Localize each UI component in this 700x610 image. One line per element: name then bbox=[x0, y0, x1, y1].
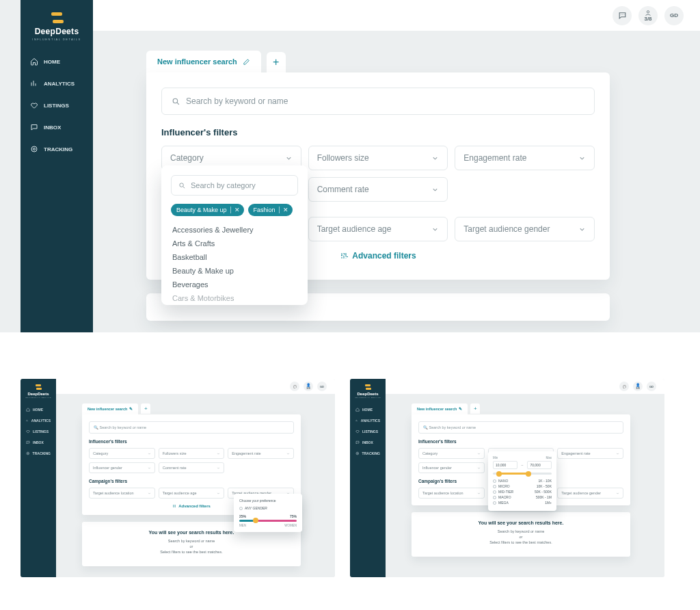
filter-target-age[interactable]: Target audience age bbox=[159, 488, 225, 499]
filter-category[interactable]: Category bbox=[89, 448, 155, 459]
category-option[interactable]: Beverages bbox=[171, 278, 298, 291]
filter-comment-rate[interactable]: Comment rate bbox=[308, 177, 448, 202]
tab-add-button[interactable]: + bbox=[470, 403, 480, 414]
category-search-input[interactable]: Search by category bbox=[171, 175, 298, 196]
search-input[interactable]: 🔍 Search by keyword or name bbox=[418, 421, 623, 434]
category-option[interactable]: Arts & Crafts bbox=[171, 237, 298, 250]
radio-any-gender[interactable]: ANY GENDER bbox=[239, 506, 297, 510]
filter-target-gender[interactable]: Target audience gender bbox=[557, 488, 623, 499]
svg-point-1 bbox=[33, 148, 36, 150]
sidebar-item-home[interactable]: HOME bbox=[350, 404, 386, 415]
thumbnail-followers-popover: DeepDeetsINFLUENTIAL DETAILS HOME ANALYT… bbox=[350, 379, 664, 577]
filter-engagement[interactable]: Engagement rate bbox=[557, 448, 623, 459]
sidebar: DeepDeets INFLUENTIAL DETAILS HOME ANALY… bbox=[21, 0, 93, 332]
gender-slider[interactable]: 25%75% MENWOMEN bbox=[239, 514, 297, 527]
filter-followers[interactable]: Followers size bbox=[159, 448, 225, 459]
followers-popover: MinMax 10,000 – 70,000 NANO1K - 10K MICR… bbox=[488, 451, 556, 511]
filter-label: Followers size bbox=[317, 153, 369, 163]
credits-button[interactable]: 3/8 bbox=[638, 6, 658, 25]
filter-target-location[interactable]: Target audience location bbox=[89, 488, 155, 499]
scrollbar-thumb[interactable] bbox=[295, 224, 297, 260]
filter-engagement[interactable]: Engagement rate bbox=[455, 146, 595, 170]
sidebar-item-listings[interactable]: LISTINGS bbox=[350, 426, 386, 437]
chat-icon bbox=[30, 123, 38, 131]
sidebar-item-analytics[interactable]: ANALYTICS bbox=[21, 415, 56, 426]
sidebar-label: HOME bbox=[44, 59, 60, 65]
tab-new-search[interactable]: New influencer search ✎ bbox=[412, 403, 468, 414]
sidebar-item-home[interactable]: HOME bbox=[21, 404, 56, 415]
advanced-label: Advanced filters bbox=[352, 251, 416, 261]
filter-comment-rate[interactable]: Comment rate bbox=[159, 462, 225, 473]
thumbnail-gender-popover: DeepDeetsINFLUENTIAL DETAILS HOME ANALYT… bbox=[21, 379, 335, 577]
slider-thumb[interactable] bbox=[253, 518, 258, 523]
sidebar-label: ANALYTICS bbox=[44, 81, 75, 87]
sidebar-label: LISTINGS bbox=[44, 103, 69, 109]
tab-add-button[interactable]: + bbox=[141, 403, 150, 414]
category-option[interactable]: Beauty & Make up bbox=[171, 264, 298, 278]
sidebar-item-analytics[interactable]: ANALYTICS bbox=[21, 72, 93, 94]
min-input[interactable]: 10,000 bbox=[493, 461, 517, 469]
tabbar: New influencer search + bbox=[146, 51, 700, 72]
svg-point-5 bbox=[27, 452, 29, 455]
sidebar-item-listings[interactable]: LISTINGS bbox=[21, 426, 56, 437]
slider-thumb-min[interactable] bbox=[496, 471, 502, 477]
sidebar-item-inbox[interactable]: INBOX bbox=[21, 116, 93, 138]
chip-beauty[interactable]: Beauty & Make up ✕ bbox=[171, 204, 244, 216]
category-option[interactable]: Accessories & Jewellery bbox=[171, 223, 298, 237]
avatar[interactable]: GD bbox=[317, 382, 327, 391]
messages-button[interactable]: 💬 bbox=[619, 382, 629, 391]
filter-label: Comment rate bbox=[317, 185, 369, 194]
sidebar-item-inbox[interactable]: INBOX bbox=[350, 437, 386, 448]
topbar: 3/8 GD bbox=[93, 0, 700, 31]
filter-target-location[interactable]: Target audience location bbox=[418, 488, 485, 499]
search-input[interactable]: 🔍 Search by keyword or name bbox=[89, 421, 294, 434]
close-icon[interactable]: ✕ bbox=[234, 207, 240, 213]
svg-point-8 bbox=[357, 453, 358, 453]
filter-category[interactable]: Category bbox=[418, 448, 485, 459]
avatar-initials: GD bbox=[670, 12, 678, 18]
slider-thumb-max[interactable] bbox=[526, 471, 531, 477]
category-option[interactable]: Basketball bbox=[171, 250, 298, 264]
category-list: Accessories & Jewellery Arts & Crafts Ba… bbox=[171, 223, 298, 304]
tier-option[interactable]: MID-TIER50K - 500K bbox=[493, 490, 552, 494]
search-input[interactable]: Search by keyword or name bbox=[161, 88, 595, 115]
tab-new-search[interactable]: New influencer search ✎ bbox=[82, 403, 138, 414]
filter-gender[interactable]: Influencer gender bbox=[89, 462, 155, 473]
messages-button[interactable]: 💬 bbox=[290, 382, 299, 391]
target-icon bbox=[30, 145, 38, 153]
category-option[interactable]: Cars & Motorbikes bbox=[171, 291, 298, 304]
tier-option[interactable]: MACRO500K - 1M bbox=[493, 495, 552, 499]
sidebar-item-home[interactable]: HOME bbox=[21, 51, 93, 72]
filter-engagement[interactable]: Engagement rate bbox=[228, 448, 294, 459]
filter-followers[interactable]: Followers size bbox=[308, 146, 448, 170]
svg-point-6 bbox=[27, 453, 28, 453]
sidebar-item-tracking[interactable]: TRACKING bbox=[21, 448, 56, 459]
tab-new-search[interactable]: New influencer search bbox=[146, 51, 261, 72]
sidebar-item-inbox[interactable]: INBOX bbox=[21, 437, 56, 448]
tier-option[interactable]: MICRO10K - 50K bbox=[493, 484, 552, 488]
chip-fashion[interactable]: Fashion ✕ bbox=[248, 204, 293, 216]
close-icon[interactable]: ✕ bbox=[283, 207, 288, 213]
sidebar-item-tracking[interactable]: TRACKING bbox=[350, 448, 386, 459]
messages-button[interactable] bbox=[612, 6, 632, 25]
filter-target-gender[interactable]: Target audience gender bbox=[455, 217, 595, 241]
chevron-down-icon bbox=[431, 186, 439, 194]
sidebar-item-listings[interactable]: LISTINGS bbox=[21, 94, 93, 116]
range-slider[interactable] bbox=[493, 473, 552, 475]
max-input[interactable]: 70,000 bbox=[527, 461, 552, 469]
filter-gender[interactable]: Influencer gender bbox=[418, 462, 485, 473]
sidebar-item-analytics[interactable]: ANALYTICS bbox=[350, 415, 386, 426]
credits-counter: 3/8 bbox=[644, 16, 651, 22]
speech-icon bbox=[618, 11, 627, 20]
avatar[interactable]: GD bbox=[647, 382, 656, 391]
section-influencer-filters: Influencer's filters bbox=[161, 127, 595, 137]
tier-option[interactable]: MEGA1M+ bbox=[493, 501, 552, 505]
tab-add-button[interactable]: + bbox=[267, 52, 286, 72]
credits-button[interactable]: 👤3/8 bbox=[304, 382, 313, 391]
tier-option[interactable]: NANO1K - 10K bbox=[493, 479, 552, 483]
credits-button[interactable]: 👤3/8 bbox=[633, 382, 643, 391]
avatar[interactable]: GD bbox=[664, 6, 684, 25]
filter-target-age[interactable]: Target audience age bbox=[308, 217, 448, 241]
svg-point-4 bbox=[180, 183, 184, 187]
sidebar-item-tracking[interactable]: TRACKING bbox=[21, 138, 93, 160]
